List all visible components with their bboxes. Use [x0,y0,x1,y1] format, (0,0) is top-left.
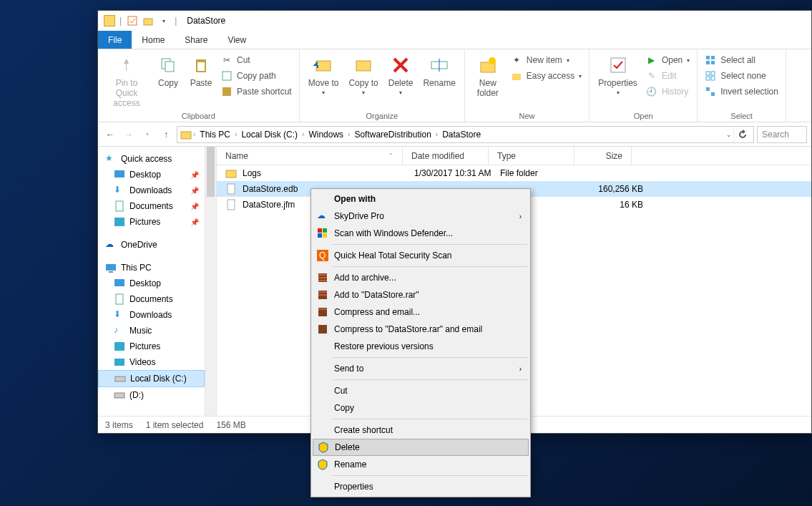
scrollbar-thumb[interactable] [207,147,215,197]
svg-rect-40 [228,200,235,210]
nav-pc-pictures[interactable]: Pictures [98,339,205,354]
address-bar[interactable]: › This PC › Local Disk (C:) › Windows › … [177,126,754,143]
qat-dropdown-icon[interactable]: ▾ [157,14,170,27]
nav-pc-desktop[interactable]: Desktop [98,276,205,291]
nav-pc-downloads[interactable]: ⬇Downloads [98,307,205,323]
nav-scrollbar[interactable] [205,147,217,416]
svg-rect-53 [318,294,327,296]
column-date[interactable]: Date modified [403,147,489,165]
cm-add-archive[interactable]: Add to archive... [313,269,529,286]
open-button[interactable]: ▶Open ▾ [643,52,693,68]
cm-open-with[interactable]: Open with [313,190,529,208]
paste-button[interactable]: Paste [185,52,217,112]
tab-home[interactable]: Home [132,31,175,49]
cm-compress-email[interactable]: Compress and email... [313,303,529,321]
crumb-softwaredistribution[interactable]: SoftwareDistribution [351,130,434,140]
chevron-right-icon[interactable]: › [193,130,195,138]
cm-create-shortcut[interactable]: Create shortcut [313,422,529,439]
pin-button[interactable]: Pin to Quick access [102,52,151,112]
clipboard-group-label: Clipboard [182,112,215,120]
cm-compress-rar-email[interactable]: Compress to "DataStore.rar" and email [313,321,529,338]
column-size[interactable]: Size [574,147,632,165]
svg-rect-15 [611,58,625,72]
refresh-button[interactable] [733,127,750,142]
up-button[interactable]: ↑ [158,127,174,142]
cm-copy[interactable]: Copy [313,399,529,417]
cut-button[interactable]: ✂Cut [218,52,295,68]
nav-pictures[interactable]: Pictures📌 [98,214,205,230]
chevron-right-icon[interactable]: › [436,130,438,138]
nav-documents[interactable]: Documents📌 [98,198,205,214]
svg-rect-6 [222,72,231,80]
winrar-icon [317,272,328,283]
winrar-icon [317,306,328,318]
file-row[interactable]: Logs 1/30/2017 10:31 AM File folder [217,165,811,181]
nav-quick-access[interactable]: ★Quick access [98,151,205,167]
properties-button[interactable]: Properties▾ [594,52,642,112]
navigation-pane[interactable]: ★Quick access Desktop📌 ⬇Downloads📌 Docum… [98,147,205,416]
column-name[interactable]: Name⌃ [217,147,403,165]
copypath-button[interactable]: Copy path [218,68,295,84]
svg-rect-7 [222,87,231,96]
svg-rect-23 [711,77,715,80]
selectall-button[interactable]: Select all [702,52,781,68]
copyto-button[interactable]: Copy to▾ [344,52,382,112]
cm-skydrive[interactable]: ☁SkyDrive Pro› [313,208,529,225]
selectnone-button[interactable]: Select none [702,68,781,84]
svg-rect-3 [165,62,174,72]
cm-rename[interactable]: Rename [313,456,529,473]
titlebar[interactable]: | ▾ | DataStore [98,11,811,31]
back-button[interactable]: ← [102,127,118,142]
crumb-datastore[interactable]: DataStore [439,130,484,140]
forward-button[interactable]: → [121,127,137,142]
nav-pc-videos[interactable]: Videos [98,354,205,370]
crumb-localc[interactable]: Local Disk (C:) [238,130,300,140]
cm-quickheal[interactable]: QQuick Heal Total Security Scan [313,247,529,264]
nav-pc-music[interactable]: ♪Music [98,323,205,339]
chevron-right-icon[interactable]: › [302,130,304,138]
column-type[interactable]: Type [489,147,574,165]
cm-add-rar[interactable]: Add to "DataStore.rar" [313,286,529,303]
svg-rect-55 [318,308,327,310]
copyto-icon [352,54,375,77]
cm-send-to[interactable]: Send to› [313,360,529,377]
search-input[interactable]: Search [757,126,807,143]
newfolder-button[interactable]: New folder [469,52,507,112]
history-button[interactable]: 🕘History [643,84,693,99]
nav-downloads[interactable]: ⬇Downloads📌 [98,183,205,198]
documents-icon [114,200,125,212]
cm-cut[interactable]: Cut [313,382,529,399]
recent-dropdown[interactable]: ▾ [140,127,155,142]
edit-button[interactable]: ✎Edit [643,68,693,84]
addr-dropdown-icon[interactable]: ⌄ [726,131,732,138]
tab-share[interactable]: Share [175,31,217,49]
cm-restore[interactable]: Restore previous versions [313,338,529,355]
nav-pc-documents[interactable]: Documents [98,291,205,307]
newitem-button[interactable]: ✦New item ▾ [508,52,584,68]
cm-properties[interactable]: Properties [313,478,529,495]
pasteshortcut-button[interactable]: Paste shortcut [218,84,295,99]
nav-localc[interactable]: Local Disk (C:) [98,370,205,387]
tab-file[interactable]: File [98,31,132,49]
nav-locald[interactable]: (D:) [98,387,205,403]
svg-rect-49 [318,277,327,278]
chevron-right-icon[interactable]: › [348,130,350,138]
easyaccess-button[interactable]: Easy access ▾ [508,68,584,84]
invertselection-button[interactable]: Invert selection [702,84,781,99]
cm-defender[interactable]: Scan with Windows Defender... [313,225,529,242]
chevron-right-icon[interactable]: › [235,130,237,138]
cm-delete[interactable]: Delete [313,439,529,456]
crumb-thispc[interactable]: This PC [197,130,233,140]
nav-desktop[interactable]: Desktop📌 [98,167,205,183]
nav-onedrive[interactable]: ☁OneDrive [98,237,205,253]
properties-icon[interactable] [126,14,139,27]
svg-rect-25 [711,92,715,96]
new-folder-icon[interactable] [142,14,155,27]
delete-button[interactable]: Delete▾ [384,52,418,112]
copy-button[interactable]: Copy [152,52,184,112]
crumb-windows[interactable]: Windows [305,130,346,140]
moveto-button[interactable]: Move to▾ [304,52,343,112]
tab-view[interactable]: View [217,31,256,49]
rename-button[interactable]: Rename [419,52,459,112]
nav-thispc[interactable]: This PC [98,260,205,276]
